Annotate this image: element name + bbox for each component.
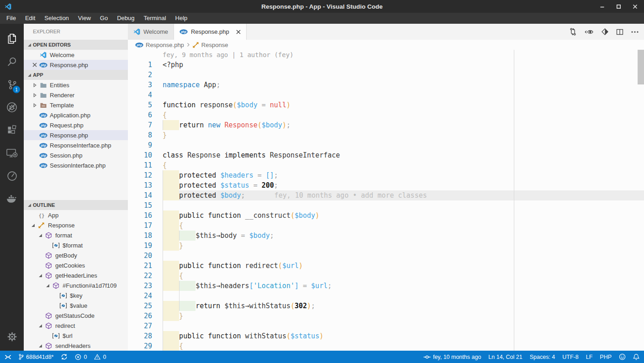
indent-guide (179, 281, 195, 291)
status-indentation[interactable]: Spaces: 4 (530, 354, 555, 360)
status-language-mode[interactable]: PHP (600, 354, 612, 360)
split-editor-icon[interactable] (616, 28, 623, 36)
activity-remote-screen[interactable] (0, 142, 24, 164)
outline-item-$url[interactable]: $url (24, 331, 128, 341)
close-icon[interactable] (236, 30, 241, 34)
status-feedback[interactable] (619, 353, 626, 360)
tree-item-ResponseInterface.php[interactable]: phpResponseInterface.php (24, 140, 128, 150)
outline-item-$value[interactable]: $value (24, 300, 128, 310)
twisty-closed-icon (33, 103, 37, 107)
status-notifications[interactable] (633, 353, 639, 360)
code-line-2: 2 (128, 70, 644, 80)
open-editor-Welcome[interactable]: Welcome (24, 50, 128, 60)
outline-item-redirect[interactable]: redirect (24, 321, 128, 331)
menu-debug[interactable]: Debug (112, 13, 139, 24)
tree-item-Session.php[interactable]: phpSession.php (24, 150, 128, 160)
twisty-open-icon (38, 274, 42, 278)
menu-terminal[interactable]: Terminal (139, 13, 170, 24)
scrollbar[interactable] (638, 50, 644, 351)
outline-item-App[interactable]: {}App (24, 210, 128, 220)
activity-extensions[interactable] (0, 119, 24, 142)
activity-gauge[interactable] (0, 164, 24, 187)
activity-docker[interactable] (0, 187, 24, 210)
status-remote-indicator[interactable] (5, 354, 11, 360)
tree-item-Renderer[interactable]: Renderer (24, 90, 128, 100)
status-eol[interactable]: LF (586, 354, 593, 360)
status-cursor-position[interactable]: Ln 14, Col 21 (488, 354, 522, 360)
section-outline[interactable]: OUTLINE (24, 200, 128, 210)
open-editor-Response.php[interactable]: phpResponse.php (24, 60, 128, 70)
status-problems-errors[interactable]: 0 (75, 354, 87, 360)
gitlens-toggle-blame-icon[interactable] (585, 29, 594, 35)
outline-item-getHeaderLines[interactable]: getHeaderLines (24, 270, 128, 280)
code-line-7: 7return new Response($body); (128, 120, 644, 130)
tab-response-php[interactable]: phpResponse.php (174, 24, 247, 40)
status-problems-warnings[interactable]: 0 (94, 354, 106, 360)
tree-item-Entities[interactable]: Entities (24, 80, 128, 90)
activity-debug[interactable] (0, 96, 24, 119)
tab-welcome[interactable]: Welcome (128, 24, 174, 40)
menu-view[interactable]: View (74, 13, 95, 24)
code-line-9: 9 (128, 140, 644, 150)
outline-item-getCookies[interactable]: getCookies (24, 260, 128, 270)
gitlens-compare-icon[interactable] (569, 28, 577, 36)
more-actions-icon[interactable] (631, 31, 639, 33)
indent-guide (163, 331, 179, 341)
breadcrumb-Response[interactable]: Response (192, 42, 228, 48)
gauge-icon (6, 170, 18, 182)
outline-item-label: $url (63, 332, 73, 339)
symbol-method-icon (45, 312, 52, 319)
indent-guide (163, 241, 179, 251)
tree-item-Template[interactable]: Template (24, 100, 128, 110)
minimize-button[interactable] (599, 4, 605, 9)
outline-item-$key[interactable]: $key (24, 290, 128, 300)
tree-item-Application.php[interactable]: phpApplication.php (24, 110, 128, 120)
indent-guide (179, 291, 195, 301)
tree-item-SessionInterface.php[interactable]: phpSessionInterface.php (24, 160, 128, 170)
menu-go[interactable]: Go (95, 13, 112, 24)
status-sync[interactable] (61, 353, 68, 360)
activity-source-control[interactable]: 1 (0, 73, 24, 96)
outline-item-Response[interactable]: Response (24, 220, 128, 230)
tree-item-label: Entities (50, 82, 69, 89)
outline-item-getBody[interactable]: getBody (24, 250, 128, 260)
outline-item-sendHeaders[interactable]: sendHeaders (24, 341, 128, 351)
php-file-icon: php (39, 143, 48, 148)
code-line-19: 19} (128, 241, 644, 251)
breadcrumb: phpResponse.phpResponse (128, 40, 644, 50)
outline-item-format[interactable]: format (24, 230, 128, 240)
code-line-23: 23$this→headers['Location'] = $url; (128, 281, 644, 291)
menu-selection[interactable]: Selection (40, 13, 73, 24)
gitlens-view-icon[interactable] (602, 28, 608, 35)
tree-item-Request.php[interactable]: phpRequest.php (24, 120, 128, 130)
code-line-17: 17{ (128, 221, 644, 231)
menu-file[interactable]: File (2, 13, 21, 24)
scrollbar-thumb[interactable] (638, 50, 644, 84)
activity-settings[interactable] (0, 325, 24, 348)
activity-explorer[interactable] (0, 27, 24, 50)
twisty-open-icon (46, 284, 50, 288)
status-encoding[interactable]: UTF-8 (562, 354, 578, 360)
outline-item-$format[interactable]: $format (24, 240, 128, 250)
section-open-editors[interactable]: OPEN EDITORS (24, 40, 128, 50)
breadcrumb-Response.php[interactable]: phpResponse.php (135, 42, 184, 48)
status-blame-annotation[interactable]: fey, 10 months ago (423, 354, 481, 360)
code-editor[interactable]: fey, 9 months ago | 1 author (fey)1<?php… (128, 50, 644, 351)
outline-item-#Function#a1d7f109[interactable]: #Function#a1d7f109 (24, 280, 128, 290)
maximize-button[interactable] (616, 4, 621, 9)
section-app[interactable]: APP (24, 70, 128, 80)
close-icon (633, 4, 638, 9)
close-button[interactable] (632, 4, 638, 9)
symbol-braces-icon: {} (38, 212, 45, 218)
activity-search[interactable] (0, 50, 24, 73)
outline-item-getStatusCode[interactable]: getStatusCode (24, 310, 128, 321)
close-icon[interactable] (32, 63, 37, 67)
menu-edit[interactable]: Edit (21, 13, 40, 24)
status-git-branch[interactable]: 688d41d8* (19, 353, 53, 360)
folder-icon (40, 102, 47, 108)
activity-bar: 1 (0, 24, 24, 351)
menu-help[interactable]: Help (171, 13, 192, 24)
indent-guide (163, 291, 179, 301)
tree-item-Response.php[interactable]: phpResponse.php (24, 130, 128, 140)
code-line-25: 25return $this→withStatus(302); (128, 301, 644, 311)
